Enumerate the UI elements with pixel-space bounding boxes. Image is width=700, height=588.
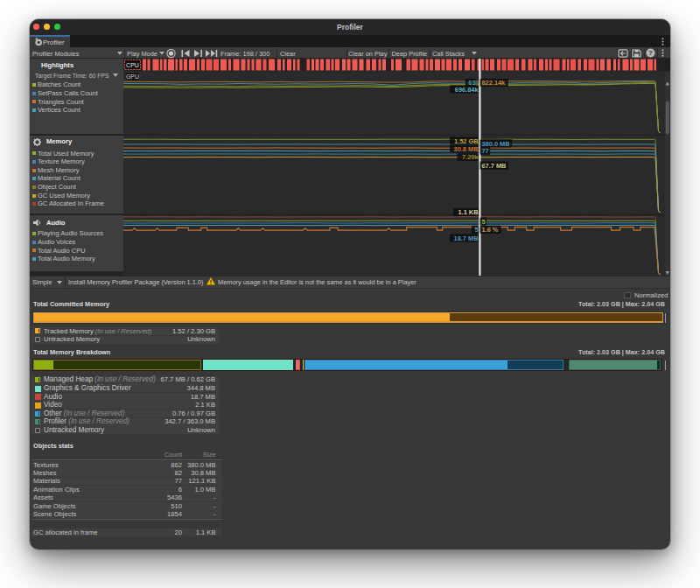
svg-text:CPU: CPU xyxy=(126,62,139,68)
svg-text:1.6 %: 1.6 % xyxy=(482,226,499,234)
svg-text:67.7 MB: 67.7 MB xyxy=(482,161,507,169)
svg-text:1.1 KB: 1.1 KB xyxy=(458,208,478,216)
svg-text:GPU: GPU xyxy=(126,74,139,80)
svg-text:5: 5 xyxy=(474,226,478,234)
svg-text:5: 5 xyxy=(482,218,486,226)
svg-text:380.0 MB: 380.0 MB xyxy=(482,139,510,147)
svg-text:30.8 MB: 30.8 MB xyxy=(454,144,479,152)
svg-text:1.52 GB: 1.52 GB xyxy=(454,136,479,144)
svg-text:?: ? xyxy=(648,49,653,57)
svg-text:696.84k: 696.84k xyxy=(455,85,480,93)
svg-text:18.7 MB: 18.7 MB xyxy=(454,234,479,242)
svg-text:7.29k: 7.29k xyxy=(462,153,479,161)
svg-text:822.14k: 822.14k xyxy=(482,79,507,87)
svg-text:77: 77 xyxy=(482,147,489,155)
